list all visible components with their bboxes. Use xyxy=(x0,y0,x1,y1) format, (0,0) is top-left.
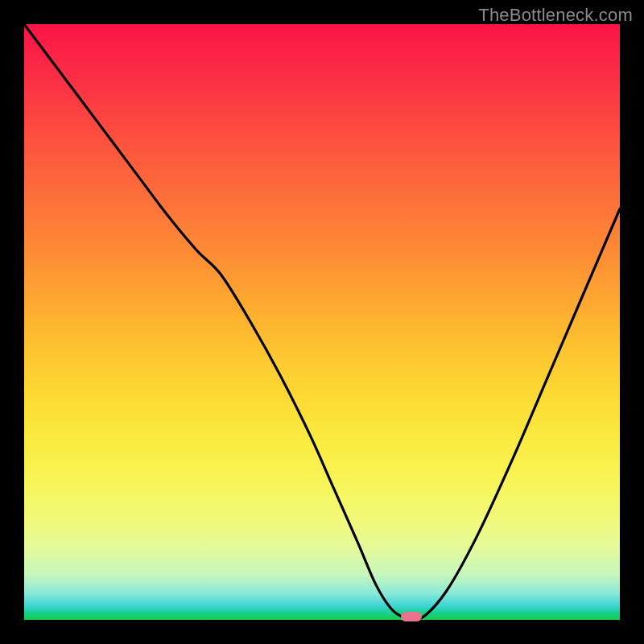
bottleneck-curve xyxy=(24,24,620,620)
curve-path xyxy=(24,24,620,619)
plot-area xyxy=(24,24,620,620)
watermark-text: TheBottleneck.com xyxy=(478,5,633,26)
optimal-marker xyxy=(401,612,422,621)
chart-frame: TheBottleneck.com xyxy=(0,0,644,644)
